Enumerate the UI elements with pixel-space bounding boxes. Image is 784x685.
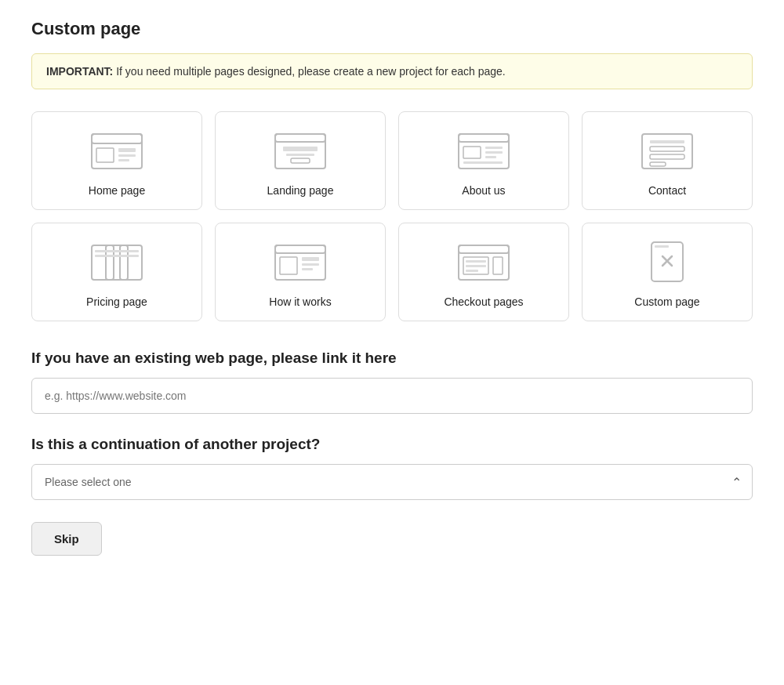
home-page-icon xyxy=(85,128,148,175)
how-it-works-icon xyxy=(269,239,332,286)
continuation-select-wrapper: Please select one Yes No ⌃ xyxy=(31,464,753,500)
skip-button[interactable]: Skip xyxy=(31,522,102,556)
link-section-label: If you have an existing web page, please… xyxy=(31,350,753,367)
card-landing-page[interactable]: Landing page xyxy=(215,111,386,210)
continuation-section: Is this a continuation of another projec… xyxy=(31,436,753,500)
card-checkout-label: Checkout pages xyxy=(444,295,523,308)
continuation-label: Is this a continuation of another projec… xyxy=(31,436,753,453)
card-checkout-pages[interactable]: Checkout pages xyxy=(398,223,569,321)
contact-icon xyxy=(636,128,699,175)
card-pricing-page[interactable]: Pricing page xyxy=(31,223,202,321)
card-about-label: About us xyxy=(462,184,505,197)
card-contact-label: Contact xyxy=(648,184,686,197)
card-howitworks-label: How it works xyxy=(269,295,331,308)
card-how-it-works[interactable]: How it works xyxy=(215,223,386,321)
landing-page-icon xyxy=(269,128,332,175)
link-section: If you have an existing web page, please… xyxy=(31,350,753,436)
card-home-page[interactable]: Home page xyxy=(31,111,202,210)
notice-box: IMPORTANT: If you need multiple pages de… xyxy=(31,53,753,89)
card-custom-label: Custom page xyxy=(634,295,699,308)
card-contact[interactable]: Contact xyxy=(582,111,753,210)
about-us-icon xyxy=(452,128,515,175)
notice-text: If you need multiple pages designed, ple… xyxy=(113,65,505,78)
card-custom-page[interactable]: Custom page xyxy=(582,223,753,321)
card-pricing-label: Pricing page xyxy=(86,295,147,308)
card-home-label: Home page xyxy=(89,184,145,197)
custom-page-icon xyxy=(636,239,699,286)
card-about-us[interactable]: About us xyxy=(398,111,569,210)
pricing-page-icon xyxy=(85,239,148,286)
continuation-select[interactable]: Please select one Yes No xyxy=(31,464,753,500)
notice-prefix: IMPORTANT: xyxy=(46,65,113,78)
page-title: Custom page xyxy=(31,19,753,39)
checkout-pages-icon xyxy=(452,239,515,286)
url-input[interactable] xyxy=(31,378,753,414)
page-type-grid: Home page Landing page About us Contact … xyxy=(31,111,753,321)
card-landing-label: Landing page xyxy=(267,184,334,197)
